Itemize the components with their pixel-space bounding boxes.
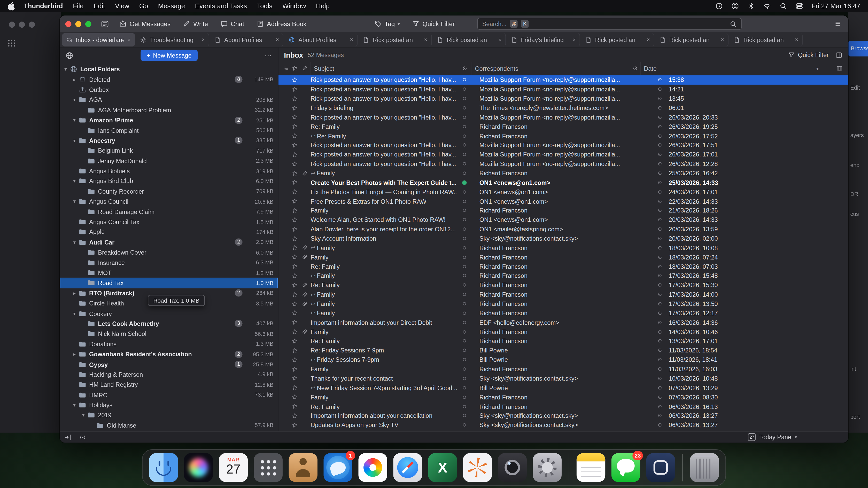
junk-status-icon[interactable] xyxy=(654,170,665,176)
background-app-tab[interactable]: eno xyxy=(850,158,868,173)
chevron-down-icon[interactable]: ▾ xyxy=(71,178,78,184)
message-row[interactable]: Rick posted an answer to your question "… xyxy=(278,112,848,122)
message-row[interactable]: Rick posted an answer to your question "… xyxy=(278,85,848,94)
dock-thunderbird[interactable]: 1 xyxy=(324,453,352,482)
message-row[interactable]: Fix the Photos Time Forgot — Coming in P… xyxy=(278,187,848,196)
read-status-dot[interactable] xyxy=(457,237,472,240)
read-status-dot[interactable] xyxy=(457,321,472,324)
junk-status-icon[interactable] xyxy=(654,394,665,400)
star-icon[interactable] xyxy=(292,189,301,195)
read-status-dot[interactable] xyxy=(457,134,472,138)
quick-filter-toggle[interactable]: Quick Filter xyxy=(788,51,829,58)
read-status-dot[interactable] xyxy=(457,200,472,203)
background-app-tab[interactable]: port xyxy=(850,410,868,424)
read-status-dot[interactable] xyxy=(457,284,472,287)
junk-status-icon[interactable] xyxy=(654,189,665,194)
star-icon[interactable] xyxy=(292,96,301,102)
new-message-button[interactable]: + New Message xyxy=(141,50,197,61)
folder-row[interactable]: ▸Gowanbank Resident's Association295.3 M… xyxy=(60,349,278,359)
read-status-dot[interactable] xyxy=(457,367,472,371)
read-status-dot[interactable] xyxy=(457,377,472,380)
read-status-dot[interactable] xyxy=(457,88,472,91)
read-status-dot[interactable] xyxy=(457,414,472,418)
inactive-minimize-button[interactable] xyxy=(19,22,25,28)
background-app-tab[interactable]: int xyxy=(850,362,868,376)
star-icon[interactable] xyxy=(292,273,301,279)
message-row[interactable]: ↩FamilyRichard Francson18/03/2026, 10:08 xyxy=(278,243,848,253)
junk-status-icon[interactable] xyxy=(654,357,665,362)
folder-row[interactable]: Old Manse57.9 kB xyxy=(60,420,278,430)
junk-status-icon[interactable] xyxy=(654,87,665,92)
chevron-down-icon[interactable]: ▾ xyxy=(71,402,78,408)
junk-status-icon[interactable] xyxy=(654,366,665,372)
folder-row[interactable]: ▾Holidays xyxy=(60,400,278,410)
folder-row[interactable]: County Recorder709 kB xyxy=(60,186,278,196)
junk-status-icon[interactable] xyxy=(654,413,665,418)
inactive-close-button[interactable] xyxy=(9,22,15,28)
tab-close-icon[interactable]: × xyxy=(498,36,502,43)
read-status-dot[interactable] xyxy=(457,78,472,82)
junk-status-icon[interactable] xyxy=(654,348,665,353)
read-status-dot[interactable] xyxy=(457,171,472,175)
star-icon[interactable] xyxy=(292,114,301,120)
message-row[interactable]: ↩FamilyRichard Francson17/03/2026, 15:48 xyxy=(278,271,848,281)
star-icon[interactable] xyxy=(292,376,301,382)
broadcast-icon[interactable] xyxy=(79,433,86,441)
write-button[interactable]: Write xyxy=(183,20,208,28)
message-row[interactable]: ↩Friday Sessions 7-9pmBill Powrie11/03/2… xyxy=(278,355,848,364)
message-row[interactable]: ↩FamilyRichard Francson17/03/2026, 14:00 xyxy=(278,290,848,299)
read-status-dot[interactable] xyxy=(457,218,472,222)
message-row[interactable]: Re: FamilyRichard Francson26/03/2026, 19… xyxy=(278,122,848,131)
message-row[interactable]: FamilyRichard Francson14/03/2026, 10:46 xyxy=(278,327,848,336)
menubar-clock[interactable]: Fri 27 Mar 16:47 xyxy=(811,2,860,10)
star-icon[interactable] xyxy=(292,152,301,158)
folder-row[interactable]: Angus Biofuels319 kB xyxy=(60,166,278,176)
star-icon[interactable] xyxy=(292,105,301,111)
tab-9[interactable]: Rick posted an× xyxy=(655,33,728,46)
menu-window[interactable]: Window xyxy=(282,2,306,10)
junk-status-icon[interactable] xyxy=(654,320,665,325)
folder-row[interactable]: ▾Cookery xyxy=(60,308,278,318)
star-icon[interactable] xyxy=(292,245,301,251)
chevron-right-icon[interactable]: ▸ xyxy=(71,291,78,296)
star-icon[interactable] xyxy=(292,301,301,307)
background-app-tab[interactable]: Edit xyxy=(850,81,868,95)
folder-row[interactable]: Belgium Link717 kB xyxy=(60,145,278,156)
chevron-down-icon[interactable]: ▾ xyxy=(71,199,78,204)
folder-row[interactable]: ▾Ancestry1335 kB xyxy=(60,135,278,145)
bluetooth-icon[interactable] xyxy=(747,2,755,10)
folder-row[interactable]: Donations1.3 MB xyxy=(60,339,278,349)
junk-status-icon[interactable] xyxy=(654,338,665,344)
read-status-dot[interactable] xyxy=(457,255,472,259)
star-icon[interactable] xyxy=(292,254,301,260)
message-row[interactable]: Rick posted an answer to your question "… xyxy=(278,159,848,169)
tab-close-icon[interactable]: × xyxy=(721,36,724,43)
tab-10[interactable]: Rick posted an× xyxy=(730,33,803,46)
junk-status-icon[interactable] xyxy=(654,198,665,204)
star-icon[interactable] xyxy=(292,198,301,204)
message-row[interactable]: ↩FamilyRichard Francson25/03/2026, 16:42 xyxy=(278,169,848,178)
tab-8[interactable]: Rick posted an× xyxy=(581,33,654,46)
folder-row[interactable]: ▾AGA208 kB xyxy=(60,95,278,105)
junk-status-icon[interactable] xyxy=(654,403,665,409)
folder-row[interactable]: MOT1.2 MB xyxy=(60,268,278,278)
read-status-dot[interactable] xyxy=(457,180,472,185)
collapse-folder-pane-icon[interactable] xyxy=(64,433,71,441)
read-status-dot[interactable] xyxy=(457,125,472,128)
tab-7[interactable]: Friday's briefing× xyxy=(507,33,580,46)
folder-row[interactable]: Road Damage Claim7.9 MB xyxy=(60,206,278,217)
folder-row[interactable]: Gypsy125.8 MB xyxy=(60,359,278,369)
read-status-dot[interactable] xyxy=(457,116,472,119)
read-status-dot[interactable] xyxy=(457,293,472,296)
menu-tools[interactable]: Tools xyxy=(257,2,272,10)
message-row[interactable]: Re: Friday Sessions 7-9pmBill Powrie11/0… xyxy=(278,346,848,355)
spotlight-icon[interactable] xyxy=(779,2,787,10)
star-column-icon[interactable] xyxy=(292,65,301,71)
junk-status-icon[interactable] xyxy=(654,385,665,390)
message-row[interactable]: Re: FamilyRichard Francson17/03/2026, 15… xyxy=(278,281,848,290)
star-icon[interactable] xyxy=(292,329,301,335)
app-menu-icon[interactable]: ≡ xyxy=(835,20,840,28)
message-row[interactable]: FamilyRichard Francson07/03/2026, 08:30 xyxy=(278,392,848,402)
message-row[interactable]: Sky Account InformationSky <sky@notifica… xyxy=(278,234,848,243)
folder-row[interactable]: Outbox xyxy=(60,85,278,95)
